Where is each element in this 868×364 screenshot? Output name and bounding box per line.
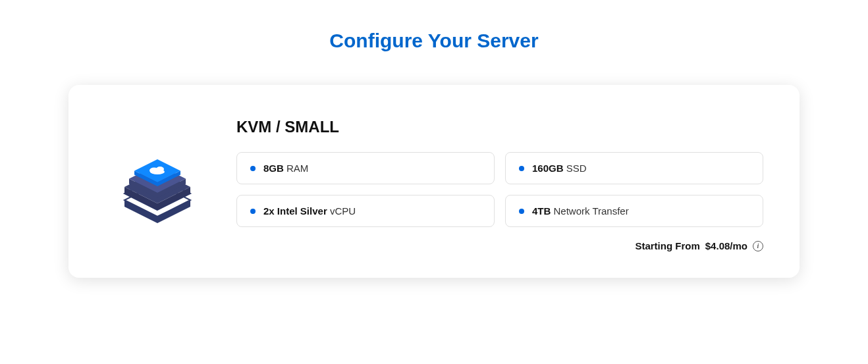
spec-network: 4TB Network Transfer bbox=[505, 195, 763, 227]
price-row: Starting From $4.08/mo i bbox=[236, 240, 763, 251]
server-stack-icon bbox=[105, 118, 210, 251]
server-plan-card: KVM / SMALL 8GB RAM 160GB SSD 2x Intel S… bbox=[68, 85, 800, 278]
spec-text: 8GB RAM bbox=[263, 163, 308, 174]
bullet-icon bbox=[519, 209, 524, 214]
price-label: Starting From bbox=[635, 240, 699, 251]
spec-text: 2x Intel Silver vCPU bbox=[263, 205, 356, 217]
plan-content: KVM / SMALL 8GB RAM 160GB SSD 2x Intel S… bbox=[236, 118, 763, 251]
page-title: Configure Your Server bbox=[0, 30, 868, 52]
spec-cpu: 2x Intel Silver vCPU bbox=[236, 195, 495, 227]
bullet-icon bbox=[250, 166, 256, 171]
specs-grid: 8GB RAM 160GB SSD 2x Intel Silver vCPU 4… bbox=[236, 152, 763, 227]
spec-ram: 8GB RAM bbox=[236, 152, 495, 184]
spec-text: 160GB SSD bbox=[532, 163, 587, 174]
bullet-icon bbox=[250, 209, 256, 214]
info-icon[interactable]: i bbox=[753, 241, 763, 251]
spec-text: 4TB Network Transfer bbox=[532, 205, 629, 217]
svg-point-11 bbox=[150, 169, 165, 174]
bullet-icon bbox=[519, 166, 524, 171]
price-value: $4.08/mo bbox=[705, 240, 747, 251]
plan-title: KVM / SMALL bbox=[236, 118, 763, 136]
spec-ssd: 160GB SSD bbox=[505, 152, 763, 184]
